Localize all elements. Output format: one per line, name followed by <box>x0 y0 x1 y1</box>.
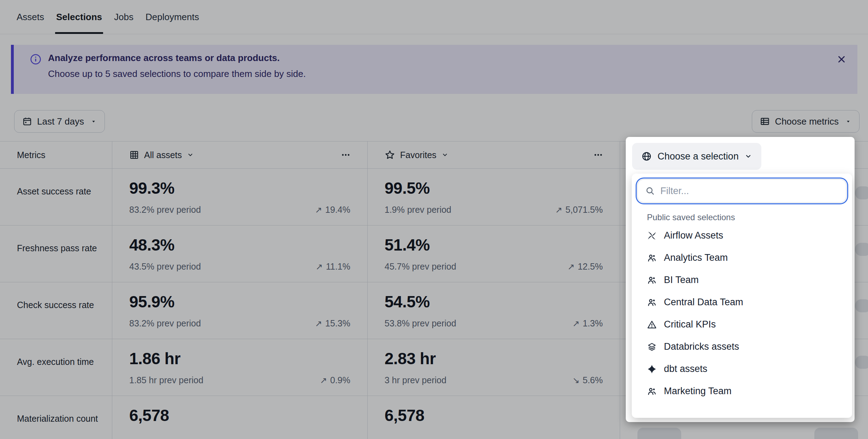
section-label: Public saved selections <box>647 212 846 222</box>
dbt-icon <box>647 364 657 374</box>
insights-page: Assets Selections Jobs Deployments Analy… <box>0 0 868 439</box>
people-icon <box>647 386 657 396</box>
selection-item-label: Critical KPIs <box>664 319 716 330</box>
selection-item-bi-team[interactable]: BI Team <box>637 269 846 291</box>
people-icon <box>647 275 657 285</box>
layers-icon <box>647 342 657 352</box>
selection-item-label: Marketing Team <box>664 386 732 397</box>
chevron-down-icon <box>744 152 752 160</box>
search-icon <box>645 186 655 196</box>
choose-selection-button[interactable]: Choose a selection <box>632 143 761 170</box>
selection-item-label: Airflow Assets <box>664 230 723 241</box>
selection-item-label: dbt assets <box>664 363 707 374</box>
selection-dropdown: Public saved selections Airflow Assets A… <box>632 174 852 418</box>
selection-panel: Choose a selection Public saved selectio… <box>626 137 855 422</box>
warning-icon <box>647 320 657 330</box>
choose-selection-label: Choose a selection <box>658 151 739 162</box>
people-icon <box>647 253 657 263</box>
selection-item-critical-kpis[interactable]: Critical KPIs <box>637 313 846 336</box>
selection-item-databricks-assets[interactable]: Databricks assets <box>637 336 846 358</box>
selection-item-marketing-team[interactable]: Marketing Team <box>637 380 846 402</box>
selection-item-label: Databricks assets <box>664 341 739 352</box>
selection-item-label: Analytics Team <box>664 252 728 263</box>
selection-item-label: BI Team <box>664 275 699 285</box>
selection-item-airflow-assets[interactable]: Airflow Assets <box>637 224 846 247</box>
selection-item-analytics-team[interactable]: Analytics Team <box>637 247 846 269</box>
filter-input[interactable] <box>637 179 846 203</box>
airflow-icon <box>647 231 657 241</box>
selection-item-central-data-team[interactable]: Central Data Team <box>637 291 846 313</box>
selection-item-dbt-assets[interactable]: dbt assets <box>637 358 846 380</box>
people-icon <box>647 297 657 307</box>
filter-field <box>637 179 846 203</box>
selection-item-label: Central Data Team <box>664 297 743 308</box>
globe-icon <box>641 151 652 162</box>
